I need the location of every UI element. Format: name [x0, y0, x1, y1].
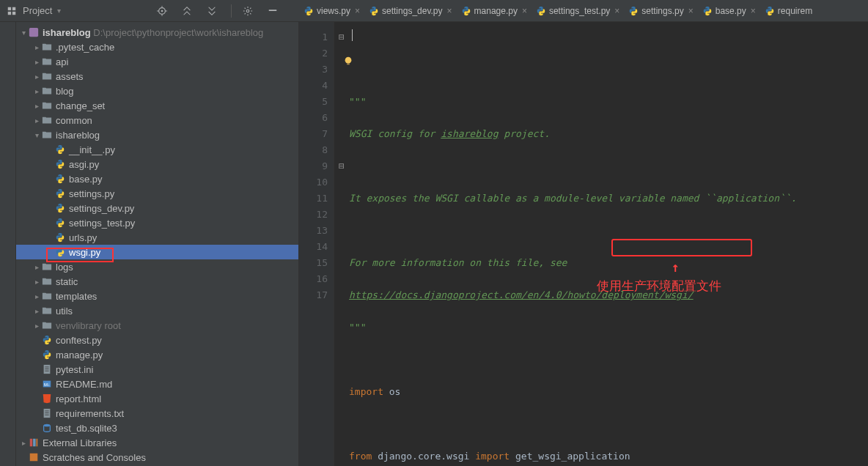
fold-toggle[interactable]: ⊟ — [337, 29, 346, 45]
tree-caret[interactable]: ▸ — [32, 292, 41, 300]
gear-icon[interactable] — [242, 5, 254, 17]
tree-caret[interactable]: ▾ — [32, 131, 41, 139]
locate-icon[interactable] — [156, 5, 168, 17]
tree-item-External-Libraries[interactable]: ▸External Libraries — [16, 435, 298, 450]
toolbar-divider — [231, 4, 232, 18]
project-tree[interactable]: ▾ishareblog D:\project\pythonproject\wor… — [16, 22, 298, 466]
tree-label: settings.py — [69, 188, 114, 199]
close-icon[interactable]: × — [447, 6, 452, 16]
tree-item-utils[interactable]: ▸utils — [16, 303, 298, 318]
tree-item-common[interactable]: ▸common — [16, 113, 298, 127]
tab-manage-py[interactable]: manage.py× — [457, 1, 532, 21]
file-icon — [41, 41, 53, 53]
annotation-box-code — [611, 239, 752, 256]
svg-rect-22 — [45, 415, 48, 415]
collapse-all-icon[interactable] — [206, 5, 218, 17]
tree-item--b-style-color-d0d0d0-ishareblog-b-[interactable]: ▾ishareblog D:\project\pythonproject\wor… — [16, 25, 298, 40]
tree-caret[interactable]: ▸ — [32, 73, 41, 81]
tree-caret[interactable]: ▸ — [19, 439, 28, 447]
tree-item-ishareblog[interactable]: ▾ishareblog — [16, 127, 298, 142]
svg-point-5 — [161, 10, 163, 12]
tree-caret[interactable]: ▸ — [32, 263, 41, 271]
tree-caret[interactable]: ▸ — [32, 307, 41, 315]
line-number: 13 — [299, 223, 328, 239]
file-icon — [41, 393, 53, 404]
file-icon — [41, 305, 53, 317]
tab-label: manage.py — [474, 6, 518, 16]
tree-item-venv[interactable]: ▸venv library root — [16, 318, 298, 333]
tree-item-test_db-sqlite3[interactable]: test_db.sqlite3 — [16, 421, 298, 435]
code-editor[interactable]: 1234567891011121314151617 ⊟⊟ """ WSGI co… — [299, 22, 868, 466]
tree-item-urls-py[interactable]: urls.py — [16, 230, 298, 245]
tree-item-change_set[interactable]: ▸change_set — [16, 98, 298, 113]
tree-item-asgi-py[interactable]: asgi.py — [16, 157, 298, 171]
tree-item-pytest-ini[interactable]: pytest.ini — [16, 362, 298, 377]
tree-item-settings_dev-py[interactable]: settings_dev.py — [16, 201, 298, 215]
tree-item-static[interactable]: ▸static — [16, 274, 298, 289]
tree-label: assets — [56, 71, 84, 82]
tree-caret[interactable]: ▸ — [32, 102, 41, 110]
tree-item--pytest_cache[interactable]: ▸.pytest_cache — [16, 40, 298, 54]
close-icon[interactable]: × — [688, 6, 694, 16]
tab-settings_dev-py[interactable]: settings_dev.py× — [364, 1, 457, 21]
tree-item-manage-py[interactable]: manage.py — [16, 347, 298, 362]
file-icon: M↓ — [41, 378, 53, 390]
project-selector[interactable]: Project ▾ — [6, 5, 63, 17]
code-area[interactable]: ⊟⊟ """ WSGI config for ishareblog projec… — [334, 22, 868, 466]
svg-rect-16 — [45, 371, 48, 371]
line-number: 14 — [299, 239, 328, 255]
file-icon — [41, 70, 53, 82]
tree-label: .pytest_cache — [56, 42, 114, 53]
annotation-text: 使用生产环境配置文件 — [597, 278, 721, 295]
tree-caret[interactable]: ▸ — [32, 116, 41, 125]
tree-caret[interactable]: ▸ — [32, 278, 41, 286]
tree-item-report-html[interactable]: report.html — [16, 391, 298, 406]
tab-base-py[interactable]: base.py× — [698, 1, 760, 21]
tree-item-Scratches-and-Consoles[interactable]: Scratches and Consoles — [16, 450, 298, 465]
expand-all-icon[interactable] — [181, 5, 193, 17]
tab-views-py[interactable]: views.py× — [299, 1, 364, 21]
svg-rect-29 — [347, 64, 350, 65]
close-icon[interactable]: × — [614, 6, 619, 16]
close-icon[interactable]: × — [355, 6, 360, 16]
tree-label: change_set — [56, 100, 105, 111]
tree-item-requirements-txt[interactable]: requirements.txt — [16, 406, 298, 421]
code-text: For more information on this file, see — [349, 257, 567, 268]
intention-bulb-icon[interactable] — [343, 55, 353, 65]
tree-caret[interactable]: ▸ — [32, 43, 41, 51]
line-number: 1 — [299, 29, 328, 45]
file-icon — [41, 334, 53, 346]
tree-label: utils — [56, 306, 73, 317]
tree-caret[interactable]: ▸ — [32, 87, 41, 95]
svg-point-28 — [345, 57, 352, 64]
tab-settings-py[interactable]: settings.py× — [624, 1, 697, 21]
tab-settings_test-py[interactable]: settings_test.py× — [532, 1, 624, 21]
tree-item-templates[interactable]: ▸templates — [16, 289, 298, 303]
project-sidebar: ▾ishareblog D:\project\pythonproject\wor… — [0, 22, 299, 466]
tree-item-conftest-py[interactable]: conftest.py — [16, 333, 298, 347]
tree-item-__init__-py[interactable]: __init__.py — [16, 142, 298, 157]
tree-label: README.md — [56, 379, 112, 390]
tree-caret[interactable]: ▸ — [32, 58, 41, 66]
tree-item-assets[interactable]: ▸assets — [16, 69, 298, 84]
tree-item-base-py[interactable]: base.py — [16, 171, 298, 186]
tree-item-api[interactable]: ▸api — [16, 54, 298, 69]
hide-icon[interactable] — [267, 5, 279, 17]
svg-rect-1 — [12, 7, 15, 10]
file-icon — [41, 422, 53, 434]
tree-item-README-md[interactable]: M↓README.md — [16, 377, 298, 391]
tree-caret[interactable]: ▸ — [32, 322, 41, 330]
close-icon[interactable]: × — [751, 6, 756, 16]
tree-item-wsgi-py[interactable]: wsgi.py — [16, 245, 298, 259]
tree-item-settings-py[interactable]: settings.py — [16, 186, 298, 201]
tree-caret[interactable]: ▾ — [19, 29, 28, 37]
tree-item-blog[interactable]: ▸blog — [16, 84, 298, 98]
fold-toggle[interactable]: ⊟ — [337, 158, 346, 174]
tree-item-logs[interactable]: ▸logs — [16, 259, 298, 274]
tree-item-settings_test-py[interactable]: settings_test.py — [16, 215, 298, 230]
text-cursor — [352, 29, 353, 41]
file-icon — [41, 407, 53, 419]
close-icon[interactable]: × — [522, 6, 527, 16]
tab-requirem[interactable]: requirem — [760, 1, 817, 21]
svg-rect-25 — [33, 439, 36, 447]
